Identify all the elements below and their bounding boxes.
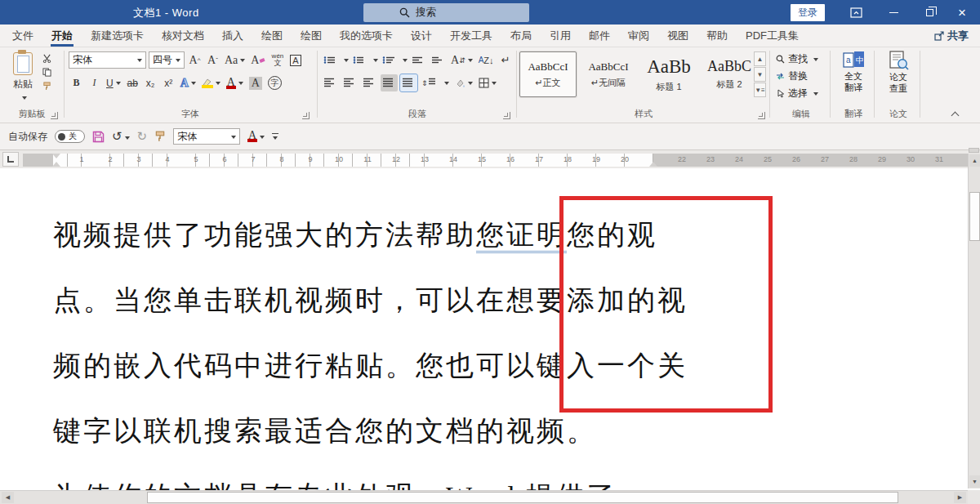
text-line[interactable]: 点。当您单击联机视频时，可以在想要添加的视 xyxy=(53,268,951,333)
align-center-button[interactable] xyxy=(341,74,359,91)
ribbon-tab[interactable]: 布局 xyxy=(501,25,541,47)
sort-button[interactable]: AZ↓ xyxy=(477,51,496,69)
ribbon-tab[interactable]: 绘图 xyxy=(292,25,331,47)
style-card[interactable]: AaBbCcI↵无间隔 xyxy=(580,51,637,97)
justify-button[interactable] xyxy=(381,74,398,91)
paper-check-button[interactable]: 论文查重 xyxy=(879,51,918,95)
text-effects-button[interactable]: A xyxy=(179,74,198,91)
line-spacing-button[interactable]: ⇕ xyxy=(420,74,451,91)
distribute-button[interactable] xyxy=(400,74,417,91)
font-color-button[interactable]: A xyxy=(225,74,245,91)
text-line[interactable]: 视频提供了功能强大的方法帮助您证明您的观 xyxy=(53,203,951,268)
ribbon-display-options-button[interactable] xyxy=(838,0,874,25)
replace-button[interactable]: 替换 xyxy=(771,68,831,85)
shading-button[interactable] xyxy=(453,74,474,91)
split-handle[interactable] xyxy=(969,148,979,153)
hanging-indent-marker[interactable] xyxy=(52,158,60,167)
subscript-button[interactable]: x₂ xyxy=(143,74,158,91)
ribbon-tab[interactable]: 核对文档 xyxy=(153,25,213,47)
document-page[interactable]: 视频提供了功能强大的方法帮助您证明您的观 点。当您单击联机视频时，可以在想要添加… xyxy=(0,168,980,490)
ribbon-tab[interactable]: 插入 xyxy=(213,25,252,47)
bullets-button[interactable] xyxy=(322,51,339,69)
ribbon-tab[interactable]: 视图 xyxy=(658,25,697,47)
text-line[interactable]: 频的嵌入代码中进行粘贴。您也可以键入一个关 xyxy=(53,333,951,399)
restore-button[interactable] xyxy=(911,0,947,25)
shrink-font-button[interactable]: Aˇ xyxy=(205,51,220,69)
close-button[interactable]: × xyxy=(944,0,980,25)
redo-button[interactable]: ↻ xyxy=(137,129,148,144)
phonetic-guide-button[interactable]: wén 文 xyxy=(270,51,285,69)
font-size-combo[interactable]: 四号 xyxy=(149,51,185,69)
ribbon-tab[interactable]: 开始 xyxy=(42,25,82,47)
multilevel-list-button[interactable] xyxy=(381,51,398,69)
numbering-button[interactable] xyxy=(351,51,368,69)
ribbon-tab[interactable]: 我的选项卡 xyxy=(331,25,402,47)
tab-stop-selector[interactable] xyxy=(2,152,19,167)
autosave-toggle[interactable]: 关 xyxy=(55,130,85,143)
grammar-underlined-text[interactable]: 您证明 xyxy=(476,220,567,253)
font-dialog-launcher[interactable] xyxy=(302,112,310,119)
decrease-indent-button[interactable] xyxy=(410,51,427,69)
font-name-combo[interactable]: 宋体 xyxy=(69,51,146,69)
italic-button[interactable]: I xyxy=(87,74,102,91)
collapse-ribbon-button[interactable] xyxy=(950,111,960,118)
scroll-left-arrow[interactable]: ◀ xyxy=(2,492,14,503)
ribbon-tab[interactable]: PDF工具集 xyxy=(737,25,808,47)
vertical-scrollbar-thumb[interactable] xyxy=(969,192,980,241)
clear-formatting-button[interactable]: A xyxy=(249,51,267,69)
styles-more-button[interactable]: ▼≡ xyxy=(754,83,766,97)
character-border-button[interactable]: A xyxy=(287,51,303,69)
ribbon-tab[interactable]: 帮助 xyxy=(697,25,737,47)
paste-button[interactable]: 粘贴 xyxy=(7,52,39,103)
increase-indent-button[interactable] xyxy=(430,51,447,69)
bold-button[interactable]: B xyxy=(69,74,84,91)
highlight-color-button[interactable] xyxy=(200,74,222,91)
copy-icon[interactable] xyxy=(42,68,51,77)
enclose-characters-button[interactable]: 字 xyxy=(266,74,283,91)
text-line[interactable]: 为使你的文档具有专业外观，Word 提供了 xyxy=(53,464,951,490)
scroll-down-arrow[interactable]: ▼ xyxy=(969,475,980,488)
ribbon-tab[interactable]: 绘图 xyxy=(252,25,292,47)
save-icon[interactable] xyxy=(92,131,105,143)
align-left-button[interactable] xyxy=(322,74,339,91)
document-text[interactable]: 视频提供了功能强大的方法帮助您证明您的观 点。当您单击联机视频时，可以在想要添加… xyxy=(53,203,951,490)
vertical-scrollbar[interactable]: ▲ ▼ xyxy=(968,154,980,488)
format-painter-icon[interactable] xyxy=(42,82,51,91)
scroll-up-arrow[interactable]: ▲ xyxy=(969,154,980,167)
paste-dropdown-caret[interactable] xyxy=(22,96,27,102)
select-button[interactable]: 选择 xyxy=(771,85,831,102)
styles-dialog-launcher[interactable] xyxy=(758,112,765,119)
style-card[interactable]: AaBbC标题 2 xyxy=(701,51,758,97)
style-card[interactable]: AaBbCcI↵正文 xyxy=(519,51,577,97)
superscript-button[interactable]: x² xyxy=(161,74,176,91)
qat-font-combo[interactable]: 宋体 xyxy=(173,128,240,145)
borders-button[interactable] xyxy=(477,74,498,91)
qat-format-painter-icon[interactable] xyxy=(154,131,166,142)
paragraph-dialog-launcher[interactable] xyxy=(503,112,510,119)
search-box[interactable]: 搜索 xyxy=(363,3,529,22)
clipboard-dialog-launcher[interactable] xyxy=(51,112,58,119)
horizontal-scrollbar[interactable]: ◀ ▶ xyxy=(0,490,968,504)
style-card[interactable]: AaBb标题 1 xyxy=(640,51,697,97)
right-indent-marker[interactable] xyxy=(649,158,657,167)
find-button[interactable]: 查找 xyxy=(771,51,831,68)
styles-scroll-up-button[interactable]: ▲ xyxy=(754,51,766,66)
qat-overflow-button[interactable] xyxy=(272,133,278,140)
cut-icon[interactable] xyxy=(42,54,51,63)
horizontal-ruler[interactable]: 1234567891011121314151617181920222324252… xyxy=(23,154,968,167)
ribbon-tab[interactable]: 开发工具 xyxy=(441,25,501,47)
asian-layout-button[interactable]: A⇵ xyxy=(449,51,474,69)
ribbon-tab[interactable]: 设计 xyxy=(402,25,441,47)
show-marks-button[interactable]: ↵ xyxy=(498,51,514,69)
ribbon-tab[interactable]: 文件 xyxy=(3,25,42,47)
horizontal-scrollbar-thumb[interactable] xyxy=(147,492,898,503)
share-button[interactable]: 共享 xyxy=(934,25,969,47)
text-line[interactable]: 键字以联机搜索最适合您的文档的视频。 xyxy=(53,399,951,464)
qat-font-color-button[interactable]: A xyxy=(247,131,265,142)
change-case-button[interactable]: Aa xyxy=(223,51,247,69)
login-button[interactable]: 登录 xyxy=(791,4,825,21)
scroll-right-arrow[interactable]: ▶ xyxy=(954,492,966,503)
undo-button[interactable]: ↺ xyxy=(112,129,130,144)
character-shading-button[interactable]: A xyxy=(247,74,264,91)
ribbon-tab[interactable]: 邮件 xyxy=(580,25,619,47)
